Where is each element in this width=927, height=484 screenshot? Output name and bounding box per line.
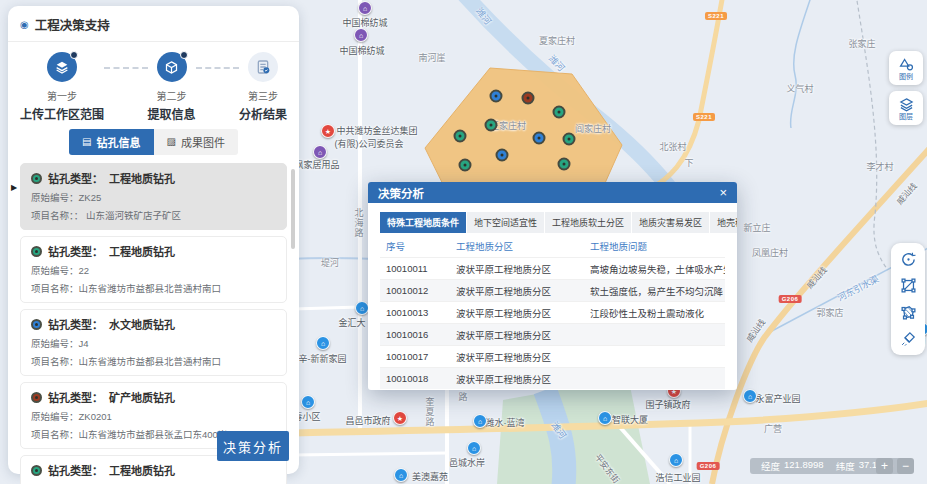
map-label: 智联大厦 [612, 413, 648, 426]
drill-point-marker[interactable] [454, 130, 467, 143]
decision-analysis-button[interactable]: 决策分析 [217, 431, 289, 461]
drill-point-marker[interactable] [563, 133, 576, 146]
road-badge: S221 [693, 113, 715, 121]
map-label: 枫家居用品 [294, 158, 339, 171]
drill-point-marker[interactable] [496, 149, 509, 162]
table-row[interactable]: 10010016波状平原工程地质分区 [380, 324, 725, 346]
clear-brush-button[interactable] [898, 329, 918, 349]
blue-poi-marker[interactable]: ⌂ [669, 453, 683, 467]
map-label: 昌邑市政府 [345, 414, 390, 427]
id-label: 原始编号： [31, 411, 79, 422]
map-label: 路 [457, 392, 470, 402]
blue-poi-marker[interactable]: ⌂ [473, 414, 487, 428]
tab-special-geo-conditions[interactable]: 特殊工程地质条件 [380, 212, 466, 233]
map-label: 奎夏路 [424, 397, 437, 427]
list-scrollbar[interactable] [291, 169, 295, 249]
step-2-circle [157, 52, 187, 82]
close-icon[interactable]: × [719, 186, 727, 199]
stepper: 第一步 上传工作区范围 第二步 提取信息 [8, 42, 299, 126]
modal-title: 决策分析 [378, 185, 424, 201]
cube-icon [164, 60, 179, 75]
type-value: 水文地质钻孔 [109, 316, 175, 332]
drill-point-marker[interactable] [533, 132, 546, 145]
map-label: 张家庄 [848, 37, 875, 50]
tab-result-maps[interactable]: ▨ 成果图件 [154, 129, 238, 155]
blue-poi-marker[interactable]: ⌂ [301, 395, 315, 409]
drill-core-dot [495, 95, 498, 98]
id-label: 原始编号： [31, 265, 79, 276]
drill-point-marker[interactable] [485, 119, 498, 132]
tab-crust-stability[interactable]: 地壳稳定性 [710, 212, 737, 233]
tab-underground-suitability[interactable]: 地下空间适宜性 [467, 212, 544, 233]
drill-card-zk25[interactable]: 钻孔类型：工程地质钻孔 原始编号：ZK25 项目名称：： 山东淄河铁矿店子矿区 [20, 163, 287, 230]
id-label: 原始编号： [31, 338, 79, 349]
map-label: 平安东街 [593, 451, 623, 484]
step-1: 第一步 上传工作区范围 [20, 52, 104, 122]
proj-label: 项目名称： [31, 356, 79, 367]
map-label: 浩信工业园 [655, 471, 700, 484]
type-label: 钻孔类型： [48, 243, 103, 259]
table-row[interactable]: 10010012波状平原工程地质分区软土强度低，易产生不均匀沉降 [380, 280, 725, 302]
blue-poi-marker[interactable]: ⌂ [355, 301, 369, 315]
map-label: 潍水·蓝湾 [486, 416, 525, 429]
drill-type-icon [31, 319, 42, 330]
table-row[interactable]: 10010017波状平原工程地质分区 [380, 346, 725, 368]
draw-polygon-button[interactable] [898, 302, 918, 322]
map-label: 北张村 [659, 140, 686, 153]
drill-card-j4[interactable]: 钻孔类型：水文地质钻孔 原始编号：J4 项目名称：山东省潍坊市益都县北普通村南口 [20, 309, 287, 376]
map-label: 邑城水岸 [449, 456, 485, 469]
modal-header[interactable]: 决策分析 × [368, 182, 737, 203]
table-row[interactable]: 10010011波状平原工程地质分区高坡角边坡易失稳，土体吸水产生膨胀 [380, 258, 725, 280]
tab-disaster-prone-area[interactable]: 地质灾害易发区 [632, 212, 709, 233]
step-3-num: 第三步 [248, 88, 278, 103]
table-row[interactable]: 10010018波状平原工程地质分区 [380, 368, 725, 390]
drill-card-22[interactable]: 钻孔类型：工程地质钻孔 原始编号：22 项目名称：山东省潍坊市益都县北普通村南口 [20, 236, 287, 303]
map-label: 潍河 [473, 5, 494, 27]
map-draw-toolbar [891, 243, 925, 355]
step-3: 第三步 分析结果 [239, 52, 287, 122]
id-value: 22 [79, 265, 90, 276]
purple-poi-marker[interactable]: ⌂ [313, 145, 327, 159]
zoom-in-button[interactable]: + [876, 458, 893, 474]
rotate-reset-icon [900, 251, 917, 268]
drill-point-marker[interactable] [553, 106, 566, 119]
red-poi-marker[interactable]: ★ [321, 124, 335, 138]
proj-value: 山东省潍坊市益都县北普通村南口 [79, 283, 222, 294]
zoom-out-button[interactable]: − [897, 458, 914, 474]
drill-core-dot [538, 137, 541, 140]
blue-poi-marker[interactable]: ⌂ [467, 441, 481, 455]
map-label: 美澳嘉苑 [412, 470, 448, 483]
app-window: 中国棉纺城中国棉纺城南河崖夏家庄村潍河潍河王家庄村阎家庄村北张村下李才村张家庄义… [0, 0, 927, 484]
drill-point-marker[interactable] [558, 158, 571, 171]
decision-support-panel: ◉ 工程决策支持 第一步 上传工作区范围 [8, 6, 299, 474]
purple-poi-marker[interactable]: ⌂ [354, 28, 368, 42]
purple-poi-marker[interactable]: ⌂ [358, 1, 372, 15]
layers-icon [899, 97, 914, 112]
layers-button[interactable]: 图层 [889, 91, 923, 125]
road-badge: G206 [779, 295, 802, 303]
legend-button[interactable]: 图例 [889, 51, 923, 85]
step-1-num: 第一步 [47, 88, 77, 103]
drill-point-marker[interactable] [459, 159, 472, 172]
blue-poi-marker[interactable]: ⌂ [316, 336, 330, 350]
blue-poi-marker[interactable]: ⌂ [394, 468, 408, 482]
drill-point-marker[interactable] [490, 90, 503, 103]
map-label: 金汇大 [338, 316, 365, 329]
reset-rotate-button[interactable] [898, 249, 918, 269]
id-value: ZK25 [79, 192, 102, 203]
blue-poi-marker[interactable]: ⌂ [743, 389, 757, 403]
tab-soft-soil-zoning[interactable]: 工程地质软土分区 [545, 212, 631, 233]
drill-core-dot [527, 97, 530, 100]
draw-rectangle-button[interactable] [898, 276, 918, 296]
table-row[interactable]: 10010013波状平原工程地质分区江段砂性土及粉土震动液化 [380, 302, 725, 324]
panel-header: ◉ 工程决策支持 [8, 6, 299, 42]
step-2-dot [180, 51, 188, 59]
blue-poi-marker[interactable]: ⌂ [598, 411, 612, 425]
tab-drill-info[interactable]: ▤ 钻孔信息 [69, 129, 153, 155]
map-label: 南河崖 [418, 51, 445, 64]
map-label: 中国棉纺城 [342, 16, 387, 29]
red-poi-marker[interactable]: ★ [393, 411, 407, 425]
drill-point-marker[interactable] [522, 92, 535, 105]
latitude-label: 纬度 [836, 459, 855, 473]
map-label: 义气村 [786, 82, 813, 95]
